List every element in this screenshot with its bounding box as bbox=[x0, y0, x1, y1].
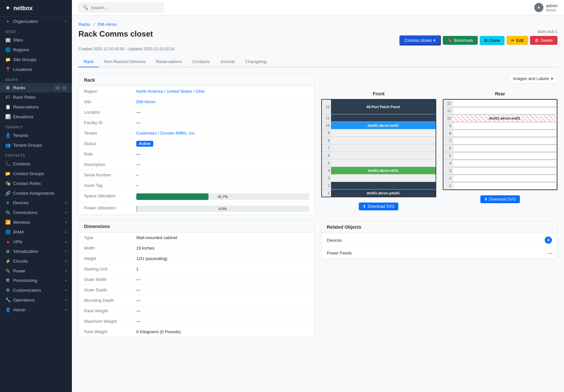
rack-slot-1-front[interactable]: dmi01-akron-pdu01 bbox=[331, 189, 436, 197]
sidebar-item-virtualization[interactable]: 🖥 Virtualization ▾ bbox=[0, 247, 72, 256]
tab-reservations[interactable]: Reservations bbox=[151, 57, 187, 67]
rear-rack-row-8: 8 bbox=[443, 130, 557, 137]
detail-row-role: Role — bbox=[79, 149, 314, 159]
sidebar-item-power[interactable]: 🔌 Power ▾ bbox=[0, 266, 72, 276]
tab-changelog[interactable]: Changelog bbox=[240, 57, 272, 67]
breadcrumb-dm-akron[interactable]: DM-Akron bbox=[98, 22, 117, 27]
bookmark-button[interactable]: 🔖 Bookmark bbox=[443, 36, 478, 45]
sidebar-item-tenant-groups[interactable]: 👥 Tenant Groups bbox=[0, 140, 72, 150]
sidebar-item-admin[interactable]: 👤 Admin ▾ bbox=[0, 305, 72, 315]
sidebar-item-regions[interactable]: 🌐 Regions bbox=[0, 45, 72, 55]
rack-slot-10-front[interactable]: dmi01-akron-sw01 bbox=[331, 122, 436, 129]
sidebar-item-label: Site Groups bbox=[13, 57, 36, 62]
rack-row-6: 6 bbox=[322, 152, 436, 159]
edit-icon: ✏ bbox=[511, 38, 515, 43]
rear-rack-slot-10[interactable]: dmi01-akron-sw01 bbox=[453, 115, 557, 122]
chevron-right-icon: ▾ bbox=[65, 240, 67, 244]
breadcrumb: Racks / DM-Akron bbox=[78, 22, 557, 27]
region-link[interactable]: North America / United States / Ohio bbox=[136, 89, 205, 94]
rack-details-card: Rack Region North America / United State… bbox=[78, 74, 315, 215]
sidebar-item-tenants[interactable]: 👤 Tenants bbox=[0, 130, 72, 140]
delete-button[interactable]: 🗑 Delete bbox=[530, 36, 557, 45]
sidebar-item-racks[interactable]: 🖥 Racks + ↑ bbox=[0, 83, 72, 92]
comms-closet-dropdown-button[interactable]: Comms closet ▾ bbox=[399, 35, 440, 45]
sites-icon: 🏢 bbox=[5, 37, 10, 42]
download-svg-front-wrap: ⬇ Download SVG bbox=[321, 200, 436, 210]
rack-front: Front 12 48-Port Patch Panel bbox=[321, 91, 436, 210]
search-input[interactable] bbox=[91, 5, 159, 10]
rack-slot-5-front bbox=[331, 159, 436, 167]
content-grid: Rack Region North America / United State… bbox=[78, 74, 557, 337]
delete-icon: 🗑 bbox=[535, 38, 539, 43]
rear-rack-slot-5 bbox=[453, 152, 557, 159]
sidebar-item-sites[interactable]: 🏢 Sites bbox=[0, 35, 72, 45]
tab-rack[interactable]: Rack bbox=[78, 57, 99, 67]
dim-row-starting-unit: Starting Unit 1 bbox=[79, 264, 314, 274]
sidebar-item-circuits[interactable]: ⚡ Circuits ▾ bbox=[0, 256, 72, 266]
detail-row-serial: Serial Number – bbox=[79, 170, 314, 180]
clone-icon: ⧉ bbox=[484, 38, 487, 43]
download-svg-front-button[interactable]: ⬇ Download SVG bbox=[359, 203, 398, 210]
clone-button[interactable]: ⧉ Clone bbox=[480, 36, 505, 45]
sidebar-item-connections[interactable]: 🔌 Connections ▾ bbox=[0, 207, 72, 217]
rack-front-outer: 12 48-Port Patch Panel 11 bbox=[321, 99, 436, 197]
devices-count-badge[interactable]: 4 bbox=[545, 237, 552, 244]
customization-icon: ⚙ bbox=[5, 287, 10, 293]
sidebar-item-vpn[interactable]: 🔺 VPN ▾ bbox=[0, 237, 72, 247]
tenant-link[interactable]: Customers / Dunder-Mifflin, Inc. bbox=[136, 131, 196, 136]
tab-journal[interactable]: Journal bbox=[215, 57, 240, 67]
sidebar-item-devices[interactable]: ≡ Devices ▾ bbox=[0, 198, 72, 207]
sidebar-item-rack-roles[interactable]: 🏷 Rack Roles bbox=[0, 92, 72, 102]
sidebar-item-label: Tenants bbox=[13, 133, 28, 138]
sidebar-item-organization[interactable]: ▪ Organization ▾ bbox=[0, 17, 72, 26]
rack-slot-2-front bbox=[331, 182, 436, 189]
upload-rack-button[interactable]: ↑ bbox=[62, 86, 67, 90]
detail-row-tenant: Tenant Customers / Dunder-Mifflin, Inc. bbox=[79, 128, 314, 139]
add-rack-button[interactable]: + bbox=[55, 86, 60, 90]
sidebar-item-ipam[interactable]: 🌐 IPAM ▾ bbox=[0, 227, 72, 237]
rack-slot-12-front[interactable]: 48-Port Patch Panel bbox=[331, 100, 436, 114]
sidebar-item-operations[interactable]: 🔧 Operations ▾ bbox=[0, 295, 72, 305]
related-objects-body: Devices 4 Power Feeds — bbox=[322, 233, 557, 259]
power-icon: 🔌 bbox=[5, 268, 10, 273]
dropdown-chevron-icon: ▾ bbox=[551, 76, 553, 81]
sidebar-item-contact-assignments[interactable]: 🔗 Contact Assignments bbox=[0, 188, 72, 198]
sidebar-logo[interactable]: ✦ netbox bbox=[0, 0, 72, 17]
chevron-right-icon: ▾ bbox=[65, 201, 67, 204]
sidebar-item-label: Virtualization bbox=[13, 249, 38, 254]
sidebar-item-reservations[interactable]: 📋 Reservations bbox=[0, 102, 72, 112]
download-svg-rear-wrap: ⬇ Download SVG bbox=[443, 193, 558, 203]
site-link[interactable]: DM-Akron bbox=[136, 99, 156, 104]
edit-button[interactable]: ✏ Edit bbox=[506, 36, 528, 45]
sidebar-item-site-groups[interactable]: 📁 Site Groups bbox=[0, 55, 72, 64]
sidebar-item-provisioning[interactable]: 🛠 Provisioning ▾ bbox=[0, 276, 72, 285]
tab-non-racked-devices[interactable]: Non-Racked Devices bbox=[99, 57, 151, 67]
rear-rack-row-11: 11 bbox=[443, 107, 557, 115]
related-row-power-feeds: Power Feeds — bbox=[322, 247, 557, 259]
sidebar-item-label: Devices bbox=[13, 200, 29, 205]
download-svg-rear-button[interactable]: ⬇ Download SVG bbox=[480, 195, 520, 203]
dropdown-chevron-icon: ▾ bbox=[433, 38, 436, 43]
sidebar-item-label: Operations bbox=[13, 298, 35, 302]
sidebar-item-contact-groups[interactable]: 📂 Contact Groups bbox=[0, 169, 72, 178]
search-box[interactable]: 🔍 bbox=[78, 3, 163, 12]
contacts-section-label: CONTACTS bbox=[0, 150, 72, 159]
sidebar-item-contact-roles[interactable]: 🎭 Contact Roles bbox=[0, 178, 72, 188]
breadcrumb-racks[interactable]: Racks bbox=[78, 22, 90, 27]
operations-icon: 🔧 bbox=[5, 297, 10, 302]
status-badge: Active bbox=[136, 141, 153, 147]
sidebar-item-wireless[interactable]: 📶 Wireless ▾ bbox=[0, 217, 72, 227]
rack-slot-4-front[interactable]: dmi01-akron-rtr01 bbox=[331, 167, 436, 174]
rack-slot-6-front bbox=[331, 152, 436, 159]
breadcrumb-separator: / bbox=[93, 22, 96, 27]
sidebar-item-customization[interactable]: ⚙ Customization ▾ bbox=[0, 285, 72, 295]
sidebar-item-elevations[interactable]: 📊 Elevations bbox=[0, 112, 72, 122]
sidebar-item-locations[interactable]: 📍 Locations bbox=[0, 64, 72, 74]
tab-contacts[interactable]: Contacts bbox=[187, 57, 215, 67]
sidebar-item-contacts[interactable]: 📞 Contacts bbox=[0, 159, 72, 169]
related-row-devices: Devices 4 bbox=[322, 233, 557, 247]
locations-icon: 📍 bbox=[5, 67, 10, 72]
detail-row-site: Site DM-Akron bbox=[79, 97, 314, 107]
username: admin bbox=[546, 3, 557, 8]
images-labels-dropdown[interactable]: Images and Labels ▾ bbox=[509, 74, 557, 83]
